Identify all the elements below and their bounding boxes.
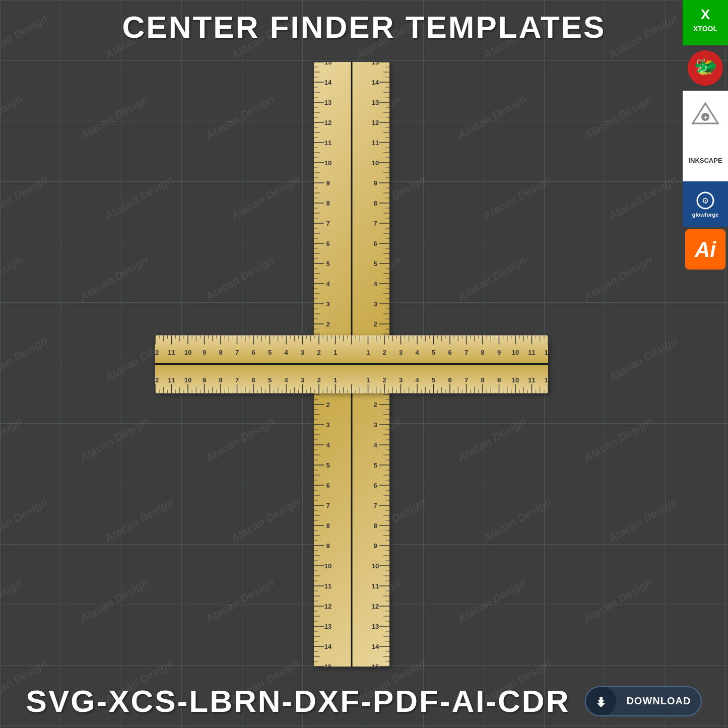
svg-text:INKSCAPE: INKSCAPE bbox=[688, 157, 722, 164]
svg-rect-563 bbox=[600, 697, 603, 703]
svg-text:⚙: ⚙ bbox=[702, 196, 709, 205]
svg-text:XTOOL: XTOOL bbox=[693, 25, 717, 33]
page-header: CENTER FINDER TEMPLATES bbox=[0, 9, 728, 45]
ai-illustrator-icon: Ai bbox=[685, 229, 725, 270]
download-icon bbox=[586, 686, 616, 716]
svg-text:glowforge: glowforge bbox=[692, 212, 719, 218]
svg-text:X: X bbox=[701, 7, 710, 22]
page-title: CENTER FINDER TEMPLATES bbox=[0, 9, 728, 45]
xtool-icon: X XTOOL bbox=[683, 0, 728, 45]
download-button[interactable]: DOWNLOAD bbox=[585, 686, 702, 716]
inkscape-label-icon: INKSCAPE bbox=[683, 136, 728, 181]
glowforge-icon: ⚙ glowforge bbox=[683, 181, 728, 227]
lightburn-icon: 🐲 bbox=[688, 50, 723, 86]
ruler-horizontal: 1111222233334444555566667777888899991010… bbox=[155, 335, 548, 393]
ruler-container: 1111222233334444555566667777888899991010… bbox=[25, 55, 678, 673]
svg-text:✦: ✦ bbox=[703, 115, 708, 120]
cross-ruler: 1111222233334444555566667777888899991010… bbox=[155, 62, 548, 667]
sidebar-icons: X XTOOL 🐲 ✦ INKSCAPE ⚙ glowforge bbox=[683, 0, 728, 272]
download-label: DOWNLOAD bbox=[616, 695, 701, 707]
page-footer: SVG-XCS-LBRN-DXF-PDF-AI-CDR DOWNLOAD bbox=[0, 683, 728, 719]
svg-text:🐲: 🐲 bbox=[694, 55, 718, 78]
svg-text:Ai: Ai bbox=[694, 238, 716, 261]
format-list: SVG-XCS-LBRN-DXF-PDF-AI-CDR bbox=[26, 683, 570, 719]
inkscape-logo-icon: ✦ bbox=[683, 91, 728, 136]
